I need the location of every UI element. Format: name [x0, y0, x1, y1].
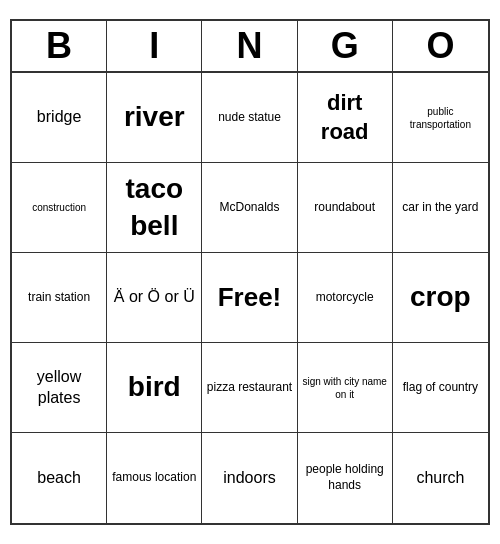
bingo-grid: bridge river nude statue dirt road publi…: [12, 73, 488, 523]
bingo-header: B I N G O: [12, 21, 488, 73]
cell-free: Free!: [202, 253, 297, 343]
cell-19: flag of country: [393, 343, 488, 433]
cell-2: nude statue: [202, 73, 297, 163]
cell-23: people holding hands: [298, 433, 393, 523]
cell-0: bridge: [12, 73, 107, 163]
header-b: B: [12, 21, 107, 71]
cell-21: famous location: [107, 433, 202, 523]
cell-15: yellow plates: [12, 343, 107, 433]
cell-8: roundabout: [298, 163, 393, 253]
cell-10: train station: [12, 253, 107, 343]
cell-7: McDonalds: [202, 163, 297, 253]
cell-24: church: [393, 433, 488, 523]
header-i: I: [107, 21, 202, 71]
header-o: O: [393, 21, 488, 71]
cell-22: indoors: [202, 433, 297, 523]
cell-14: crop: [393, 253, 488, 343]
cell-11: Ä or Ö or Ü: [107, 253, 202, 343]
cell-20: beach: [12, 433, 107, 523]
cell-17: pizza restaurant: [202, 343, 297, 433]
cell-6: taco bell: [107, 163, 202, 253]
cell-9: car in the yard: [393, 163, 488, 253]
cell-13: motorcycle: [298, 253, 393, 343]
cell-3: dirt road: [298, 73, 393, 163]
cell-16: bird: [107, 343, 202, 433]
cell-1: river: [107, 73, 202, 163]
header-g: G: [298, 21, 393, 71]
cell-18: sign with city name on it: [298, 343, 393, 433]
header-n: N: [202, 21, 297, 71]
cell-4: public transportation: [393, 73, 488, 163]
cell-5: construction: [12, 163, 107, 253]
bingo-card: B I N G O bridge river nude statue dirt …: [10, 19, 490, 525]
